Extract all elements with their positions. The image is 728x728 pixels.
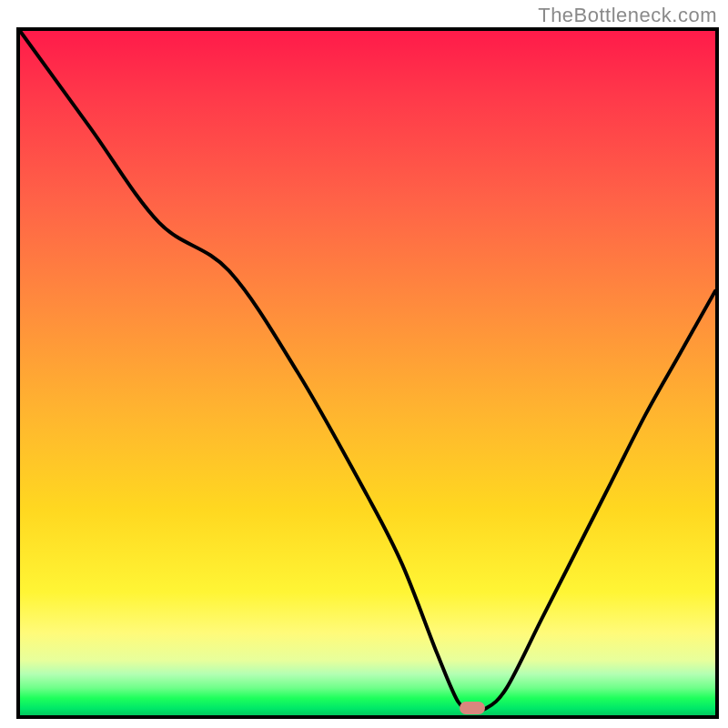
plot-area: [16, 27, 719, 719]
chart-container: { "watermark": "TheBottleneck.com", "cha…: [0, 0, 728, 728]
optimal-point-marker: [460, 702, 485, 714]
watermark-text: TheBottleneck.com: [538, 4, 717, 27]
bottleneck-curve: [20, 31, 715, 715]
